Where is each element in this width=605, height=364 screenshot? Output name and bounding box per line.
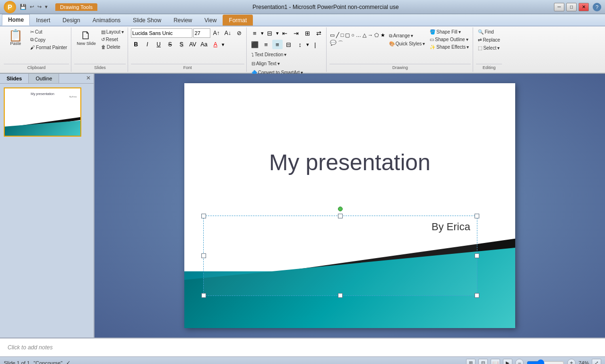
tab-design[interactable]: Design [56,15,86,26]
delete-slide-button[interactable]: 🗑 Delete [99,43,126,51]
shape-icon-callout[interactable]: 💬 [329,39,337,47]
line-spacing-btn[interactable]: ↕ [295,40,305,49]
help-button[interactable]: ? [593,3,601,11]
minimize-button[interactable]: ─ [554,3,564,11]
align-right-btn[interactable]: ≡ [272,40,283,49]
shape-icon-arr[interactable]: → [367,32,373,39]
redo-qa-btn[interactable]: ↪ [36,3,43,10]
col-separator-btn[interactable]: | [310,40,320,49]
subtitle-text[interactable]: By Erica [204,216,477,238]
text-direction-button[interactable]: ⤵ Text Direction▾ [250,51,289,58]
slideshow-view-btn[interactable]: ▶ [503,359,512,364]
strikethrough-button[interactable]: S [165,40,175,49]
decrease-indent-btn[interactable]: ⇤ [280,28,290,38]
save-qa-btn[interactable]: 💾 [19,3,27,10]
normal-view-btn[interactable]: ⊞ [466,359,475,364]
subtitle-text-box[interactable]: By Erica [203,216,477,296]
shape-icon-rect[interactable]: ▭ [329,32,335,39]
font-name-input[interactable] [131,28,192,38]
tab-home[interactable]: Home [2,14,30,26]
new-slide-button[interactable]: 🗋 New Slide [74,28,98,47]
reset-button[interactable]: ↺ Reset [99,36,126,43]
decrease-font-btn[interactable]: A↓ [223,28,233,38]
shape-fill-button[interactable]: 🪣 Shape Fill▾ [428,28,471,35]
shape-icon-pent[interactable]: ⬠ [374,32,380,39]
tab-review[interactable]: Review [167,15,198,26]
tab-format[interactable]: Format [223,15,253,26]
handle-tm[interactable] [338,214,343,218]
rotate-handle[interactable] [338,207,343,211]
font-color-btn[interactable]: A [210,40,221,49]
shape-outline-button[interactable]: ▭ Shape Outline▾ [428,36,471,43]
shape-icon-more[interactable]: … [355,32,362,39]
underline-button[interactable]: U [154,40,164,49]
change-case-btn[interactable]: Aa [199,40,209,49]
increase-indent-btn[interactable]: ⇥ [291,28,302,38]
shape-icon-tri[interactable]: △ [362,32,367,39]
bullets-button[interactable]: ≡ [250,28,260,38]
rtl-ltr-btn[interactable]: ⇄ [314,28,324,38]
bold-button[interactable]: B [131,40,141,49]
char-spacing-btn[interactable]: AV [188,40,198,49]
quick-styles-button[interactable]: 🎨 Quick Styles▾ [387,40,427,47]
tab-insert[interactable]: Insert [30,15,56,26]
slide-title-text[interactable]: My presentation [184,149,515,175]
copy-button[interactable]: ⧉ Copy [28,36,69,43]
outline-panel-tab[interactable]: Outline [29,74,59,83]
notes-area[interactable]: Click to add notes [0,338,605,356]
paste-button[interactable]: 📋 Paste [4,28,27,47]
handle-bm[interactable] [338,293,343,298]
slide-sorter-btn[interactable]: ⊟ [478,359,488,364]
format-painter-button[interactable]: 🖌 Format Painter [28,44,69,51]
reading-view-btn[interactable]: 📖 [491,359,500,364]
main-canvas-area[interactable]: My presentation By Erica [95,74,605,338]
handle-bl[interactable] [201,293,206,298]
italic-button[interactable]: I [142,40,153,49]
close-panel-button[interactable]: ✕ [83,74,94,83]
shape-icon-curve[interactable]: ⌒ [337,39,344,47]
dropdown-qa-btn[interactable]: ▾ [44,3,49,10]
handle-tl[interactable] [201,214,206,218]
arrange-button[interactable]: ⧉ Arrange▾ [387,32,427,40]
justify-btn[interactable]: ⊟ [284,40,294,49]
select-button[interactable]: ⬚ Select▾ [476,44,501,52]
close-button[interactable]: ✕ [579,3,589,11]
maximize-button[interactable]: □ [566,3,577,11]
tab-animations[interactable]: Animations [86,15,127,26]
zoom-out-btn[interactable]: − [515,359,524,364]
handle-br[interactable] [475,293,479,298]
office-button[interactable]: P [4,1,16,13]
shape-effects-button[interactable]: ✨ Shape Effects▾ [428,43,471,51]
replace-button[interactable]: ⇄ Replace [476,36,502,43]
layout-button[interactable]: ▤ Layout▾ [99,28,126,35]
slides-panel-tab[interactable]: Slides [0,74,29,83]
shape-icon-line[interactable]: ╱ [336,32,340,39]
shape-icon-rect2[interactable]: □ [340,32,345,39]
slide-thumbnail-1[interactable]: My presentation By Erica [4,87,81,137]
handle-tr[interactable] [475,214,479,218]
tab-slideshow[interactable]: Slide Show [127,15,167,26]
column-btn[interactable]: ⊞ [302,28,313,38]
align-center-btn[interactable]: ≡ [261,40,271,49]
fit-window-btn[interactable]: ⤢ [592,359,601,364]
shape-icon-star[interactable]: ★ [380,32,386,39]
tab-view[interactable]: View [199,15,223,26]
align-text-button[interactable]: ⊟ Align Text▾ [250,60,282,67]
undo-qa-btn[interactable]: ↩ [29,3,35,10]
shape-icon-oval[interactable]: ○ [351,32,355,39]
slide-canvas[interactable]: My presentation By Erica [184,83,515,328]
shadow-button[interactable]: S [176,40,187,49]
numbering-button[interactable]: ⊟ [265,28,275,38]
handle-ml[interactable] [201,253,206,258]
zoom-in-btn[interactable]: + [567,359,576,364]
cut-button[interactable]: ✂ Cut [28,28,69,35]
font-size-input[interactable] [193,28,210,38]
find-button[interactable]: 🔍 Find [476,28,495,35]
increase-font-btn[interactable]: A↑ [211,28,222,38]
shape-outline-icon: ▭ [430,37,434,42]
zoom-slider[interactable] [527,360,564,364]
handle-mr[interactable] [475,253,479,258]
align-left-btn[interactable]: ⬛ [250,40,260,49]
clear-format-btn[interactable]: ⊘ [234,28,244,38]
shape-icon-rounded[interactable]: ▢ [345,32,350,39]
